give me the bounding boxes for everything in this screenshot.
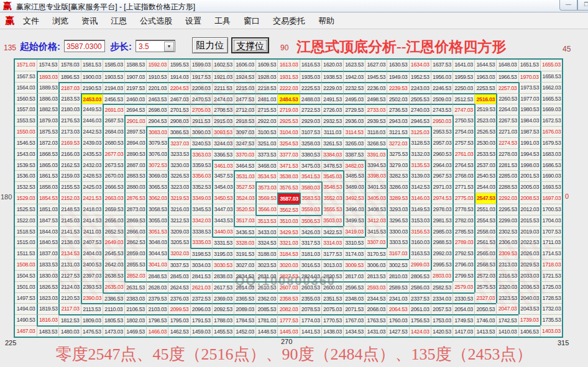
grid-cell: 2778.53 — [452, 204, 474, 215]
grid-cell: 2628.03 — [146, 281, 168, 292]
grid-cell: 1714.53 — [540, 248, 562, 259]
grid-cell: 1935.03 — [300, 71, 321, 82]
menu-item[interactable]: 帮助 — [318, 16, 334, 27]
grid-cell: 3580.03 — [300, 181, 321, 193]
grid-cell: 1763.53 — [365, 314, 387, 325]
grid-cell: 1872.03 — [37, 137, 58, 148]
grid-cell: 2120.53 — [58, 292, 80, 304]
grid-cell: 1938.53 — [321, 71, 343, 82]
grid-cell: 3338.53 — [190, 226, 212, 237]
grid-cell: 3349.03 — [190, 193, 212, 204]
chevron-down-icon[interactable]: ▼ — [164, 42, 174, 52]
grid-cell: 2103.03 — [146, 303, 168, 314]
grid-cell: 3233.53 — [168, 148, 190, 160]
grid-cell: 1606.03 — [234, 60, 255, 71]
menu-item[interactable]: 工具 — [214, 16, 231, 27]
grid-cell: 1637.53 — [431, 60, 452, 71]
grid-cell: 2523.03 — [474, 115, 496, 126]
grid-cell: 1529.03 — [15, 193, 37, 204]
minimize-button[interactable]: — — [559, 0, 577, 11]
grid-cell: 3363.03 — [190, 148, 212, 160]
grid-cell: 2589.53 — [387, 281, 408, 292]
grid-cell: 1683.03 — [540, 148, 562, 160]
resistance-button[interactable]: 阻力位 — [192, 37, 228, 53]
grid-cell: 2519.53 — [474, 104, 496, 115]
grid-cell: 2285.03 — [496, 170, 518, 181]
menu-item[interactable]: 浏览 — [52, 16, 68, 27]
grid-cell: 2204.53 — [168, 82, 190, 93]
grid-cell: 2351.53 — [321, 292, 343, 304]
grid-cell: 1879.03 — [37, 115, 58, 126]
grid-cell: 2789.03 — [452, 237, 474, 248]
grid-cell: 3069.03 — [146, 170, 168, 181]
menu-item[interactable]: 交易委托 — [273, 16, 305, 27]
grid-cell: 3100.53 — [255, 126, 277, 137]
grid-cell: 2897.53 — [124, 126, 146, 137]
grid-cell: 1679.53 — [540, 137, 562, 148]
grid-cell: 3443.53 — [212, 215, 234, 226]
grid-cell: 2491.53 — [321, 93, 343, 104]
grid-cell: 3048.03 — [146, 237, 168, 248]
grid-cell: 2292.03 — [496, 193, 518, 204]
grid-cell: 1910.53 — [146, 71, 168, 82]
grid-cell: 2299.03 — [496, 215, 518, 226]
grid-cell: 1550.03 — [15, 126, 37, 137]
start-price-input[interactable] — [64, 40, 105, 52]
grid-cell: 3268.53 — [365, 137, 387, 148]
grid-cell: 2264.03 — [496, 104, 518, 115]
grid-cell: 2999.03 — [409, 259, 431, 270]
grid-cell: 2453.03 — [81, 93, 103, 104]
grid-cell: 2967.53 — [431, 170, 452, 181]
maximize-button[interactable]: ❐ — [577, 0, 588, 11]
grid-cell: 1847.53 — [37, 215, 58, 226]
grid-cell: 2229.03 — [321, 82, 343, 93]
menu-item[interactable]: 窗口 — [244, 16, 260, 27]
grid-cell: 3002.53 — [387, 259, 408, 270]
start-price-label: 起始价格: — [20, 41, 60, 53]
grid-cell: 1452.03 — [234, 325, 255, 337]
grid-cell: 2005.03 — [518, 181, 540, 193]
grid-cell: 2421.53 — [81, 193, 103, 204]
page-title: 江恩式顶底分析--江恩价格四方形 — [296, 37, 506, 57]
grid-cell: 2173.03 — [58, 126, 80, 137]
step-select[interactable]: 3.5 ▼ — [136, 40, 175, 52]
grid-cell: 3184.53 — [277, 248, 299, 259]
grid-cell: 2281.53 — [496, 160, 518, 171]
grid-cell: 2064.53 — [387, 303, 408, 314]
grid-cell: 3125.03 — [409, 126, 431, 137]
grid-cell: 2089.03 — [234, 303, 255, 314]
menu-item[interactable]: 文件 — [23, 16, 39, 27]
grid-cell: 2316.53 — [496, 270, 518, 281]
grid-cell: 2019.03 — [518, 226, 540, 237]
grid-cell: 2106.53 — [124, 303, 146, 314]
grid-cell: 3492.53 — [343, 193, 365, 204]
grid-cell: 2278.03 — [496, 148, 518, 160]
menu-item[interactable]: 设置 — [185, 16, 201, 27]
grid-cell: 2712.03 — [234, 104, 255, 115]
grid-cell: 2365.53 — [234, 292, 255, 304]
grid-cell: 3314.03 — [321, 237, 343, 248]
grid-cell: 1592.03 — [146, 60, 168, 71]
grid-cell: 1854.53 — [37, 193, 58, 204]
grid-cell: 2215.03 — [234, 82, 255, 93]
grid-cell: 1886.03 — [37, 93, 58, 104]
grid-cell: 2817.03 — [343, 270, 365, 281]
menu-item[interactable]: 江恩 — [111, 16, 127, 27]
grid-cell: 3538.03 — [277, 170, 299, 181]
grid-cell: 1620.03 — [321, 60, 343, 71]
grid-cell: 3524.03 — [234, 193, 255, 204]
grid-cell: 2383.03 — [124, 292, 146, 304]
grid-cell: 2446.03 — [81, 115, 103, 126]
grid-cell: 2652.53 — [103, 226, 124, 237]
grid-cell: 1826.53 — [37, 281, 58, 292]
grid-cell: 2740.03 — [409, 104, 431, 115]
grid-cell: 1809.03 — [81, 314, 103, 325]
grid-cell: 2099.53 — [168, 303, 190, 314]
title-bar: 赢 赢家江恩专业版[赢家服务平台] - [上证指数价格正方形] — ❐ — [0, 0, 588, 12]
grid-cell: 2876.53 — [124, 193, 146, 204]
grid-cell: 3517.03 — [234, 215, 255, 226]
menu-item[interactable]: 公式选股 — [140, 16, 172, 27]
menu-item[interactable]: 资讯 — [81, 16, 98, 27]
support-button[interactable]: 支撑位 — [231, 37, 269, 53]
grid-cell: 2568.53 — [474, 259, 496, 270]
